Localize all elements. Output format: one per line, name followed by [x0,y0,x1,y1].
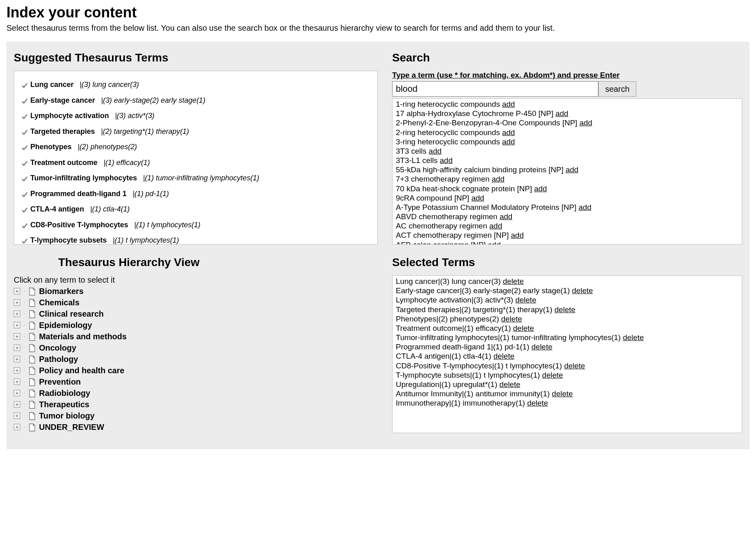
expand-icon[interactable]: + [14,299,20,306]
suggested-item[interactable]: Programmed death-ligand 1 |(1) pd-1(1) [21,189,370,200]
suggested-item[interactable]: Targeted therapies |(2) targeting*(1) th… [21,127,370,138]
hierarchy-node-label[interactable]: Oncology [39,342,76,353]
add-link[interactable]: add [511,231,524,239]
hierarchy-node[interactable]: +·Oncology [14,342,378,353]
check-icon[interactable] [21,175,28,184]
delete-link[interactable]: delete [493,352,514,360]
expand-icon[interactable]: + [14,401,20,408]
check-icon[interactable] [21,160,28,169]
check-icon[interactable] [21,237,28,245]
expand-icon[interactable]: + [14,288,20,294]
delete-link[interactable]: delete [503,277,524,285]
add-link[interactable]: add [429,147,441,155]
add-link[interactable]: add [440,156,453,165]
delete-link[interactable]: delete [572,286,593,295]
hierarchy-node[interactable]: +·Biomarkers [14,285,378,297]
delete-link[interactable]: delete [552,389,573,398]
add-link[interactable]: add [471,194,484,202]
expand-icon[interactable]: + [14,322,20,328]
suggested-item[interactable]: Lymphocyte activation |(3) activ*(3) [21,111,370,122]
add-link[interactable]: add [489,222,502,230]
expand-icon[interactable]: + [14,390,20,396]
check-icon[interactable] [21,129,28,138]
delete-link[interactable]: delete [515,296,536,304]
search-result-item: 2-ring heterocyclic compounds add [396,128,739,137]
hierarchy-node[interactable]: +·Epidemiology [14,319,378,331]
hierarchy-node[interactable]: +·Clinical research [14,308,378,319]
check-icon[interactable] [21,206,28,216]
hierarchy-node[interactable]: +·Materials and methods [14,331,378,342]
selected-list[interactable]: Lung cancer|(3) lung cancer(3) deleteEar… [392,275,742,433]
expand-icon[interactable]: + [14,412,20,419]
check-icon[interactable] [21,113,28,122]
search-result-item: 9cRA compound [NP] add [396,193,739,203]
suggested-item[interactable]: Phenotypes |(2) phenotypes(2) [21,142,370,153]
add-link[interactable]: add [502,128,515,137]
hierarchy-node[interactable]: +·UNDER_REVIEW [14,421,378,433]
check-icon[interactable] [21,82,28,91]
suggested-item[interactable]: CD8-Positive T-lymphocytes |(1) t lympho… [21,220,370,231]
expand-icon[interactable]: + [14,367,20,374]
hierarchy-node-label[interactable]: Biomarkers [39,285,83,297]
expand-icon[interactable]: + [14,333,20,340]
check-icon[interactable] [21,222,28,231]
add-link[interactable]: add [579,203,591,211]
suggested-item[interactable]: T-lymphocyte subsets |(1) t lymphocytes(… [21,236,370,245]
delete-link[interactable]: delete [499,380,520,389]
suggested-item[interactable]: Tumor-infiltrating lymphocytes |(1) tumo… [21,173,370,184]
add-link[interactable]: add [566,165,579,174]
hierarchy-node[interactable]: +·Radiobiology [14,387,378,399]
delete-link[interactable]: delete [513,324,534,332]
add-link[interactable]: add [500,212,513,221]
suggested-item[interactable]: CTLA-4 antigen |(1) ctla-4(1) [21,205,370,216]
delete-link[interactable]: delete [532,343,553,351]
add-link[interactable]: add [492,175,505,183]
add-link[interactable]: add [502,100,515,108]
hierarchy-tree[interactable]: +·Biomarkers+·Chemicals+·Clinical resear… [14,285,378,433]
hierarchy-node-label[interactable]: Chemicals [39,297,79,308]
search-results-list[interactable]: 1-ring heterocyclic compounds add17 alph… [392,98,742,245]
delete-link[interactable]: delete [501,315,522,323]
add-link[interactable]: add [488,241,501,245]
check-icon[interactable] [21,144,28,153]
check-icon[interactable] [21,191,28,200]
delete-link[interactable]: delete [623,333,644,342]
expand-icon[interactable]: + [14,379,20,385]
check-icon[interactable] [21,97,28,107]
hierarchy-node[interactable]: +·Prevention [14,376,378,387]
hierarchy-node-label[interactable]: Policy and health care [39,365,124,376]
hierarchy-node-label[interactable]: Clinical research [39,308,103,319]
expand-icon[interactable]: + [14,424,20,430]
hierarchy-node-label[interactable]: Radiobiology [39,387,90,399]
search-input[interactable] [392,81,598,97]
hierarchy-node[interactable]: +·Therapeutics [14,399,378,410]
delete-link[interactable]: delete [527,399,548,407]
hierarchy-node-label[interactable]: Tumor biology [39,410,94,421]
hierarchy-node[interactable]: +·Chemicals [14,297,378,308]
add-link[interactable]: add [502,137,515,146]
expand-icon[interactable]: + [14,356,20,362]
delete-link[interactable]: delete [555,305,576,314]
hierarchy-node[interactable]: +·Policy and health care [14,365,378,376]
hierarchy-node-label[interactable]: Pathology [39,353,78,365]
suggested-item[interactable]: Lung cancer |(3) lung cancer(3) [21,80,370,91]
add-link[interactable]: add [534,184,547,193]
hierarchy-node-label[interactable]: Prevention [39,376,80,387]
suggested-list[interactable]: Lung cancer |(3) lung cancer(3)Early-sta… [14,71,378,245]
suggested-item[interactable]: Early-stage cancer |(3) early-stage(2) e… [21,96,370,107]
search-button[interactable]: search [598,81,636,97]
document-icon [28,332,36,340]
hierarchy-node[interactable]: +·Tumor biology [14,410,378,421]
hierarchy-node-label[interactable]: Epidemiology [39,319,92,331]
hierarchy-node-label[interactable]: Materials and methods [39,331,127,342]
suggested-item[interactable]: Treatment outcome |(1) efficacy(1) [21,158,370,169]
expand-icon[interactable]: + [14,311,20,317]
hierarchy-node-label[interactable]: Therapeutics [39,399,89,410]
add-link[interactable]: add [579,118,592,127]
delete-link[interactable]: delete [542,371,563,379]
add-link[interactable]: add [555,109,568,118]
delete-link[interactable]: delete [564,362,585,370]
hierarchy-node-label[interactable]: UNDER_REVIEW [39,421,104,433]
hierarchy-node[interactable]: +·Pathology [14,353,378,365]
expand-icon[interactable]: + [14,345,20,351]
